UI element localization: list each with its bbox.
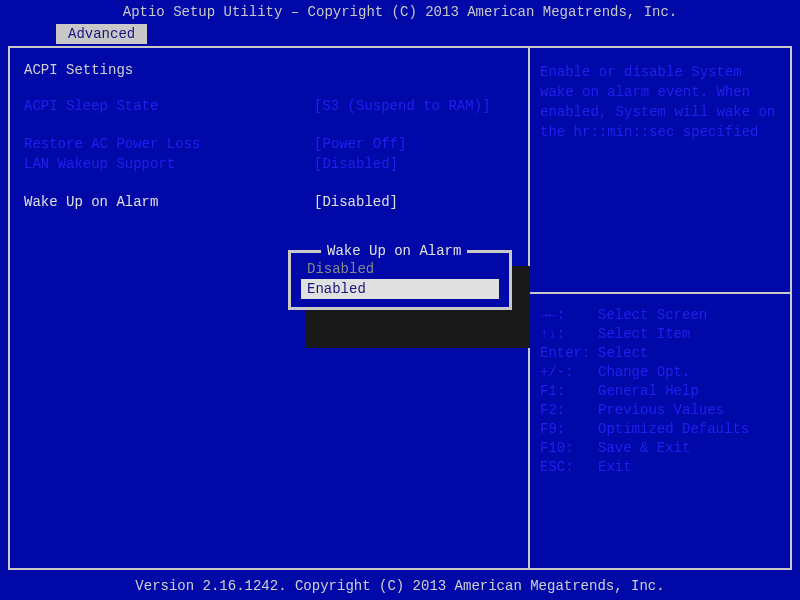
footer-text: Version 2.16.1242. Copyright (C) 2013 Am… (0, 578, 800, 594)
setting-value: [Disabled] (314, 194, 510, 210)
setting-label: ACPI Sleep State (24, 98, 314, 114)
option-popup: Wake Up on Alarm Disabled Enabled (288, 250, 512, 310)
popup-option[interactable]: Disabled (301, 259, 499, 279)
key-line: ↑↓:Select Item (540, 325, 749, 344)
key-line: F9:Optimized Defaults (540, 420, 749, 439)
setting-value: [Power Off] (314, 136, 510, 152)
divider (530, 292, 790, 294)
header-title: Aptio Setup Utility – Copyright (C) 2013… (0, 0, 800, 24)
key-line: F10:Save & Exit (540, 439, 749, 458)
setting-row[interactable]: ACPI Sleep State [S3 (Suspend to RAM)] (24, 98, 510, 114)
key-line: →←:Select Screen (540, 306, 749, 325)
setting-value: [Disabled] (314, 156, 510, 172)
setting-row-selected[interactable]: Wake Up on Alarm [Disabled] (24, 194, 510, 210)
popup-title: Wake Up on Alarm (321, 243, 467, 259)
setting-label: Restore AC Power Loss (24, 136, 314, 152)
tab-bar: Advanced (0, 24, 800, 46)
key-line: F1:General Help (540, 382, 749, 401)
key-line: ESC:Exit (540, 458, 749, 477)
tab-advanced[interactable]: Advanced (56, 24, 147, 44)
setting-label: Wake Up on Alarm (24, 194, 314, 210)
key-line: Enter:Select (540, 344, 749, 363)
help-text: Enable or disable System wake on alarm e… (540, 62, 780, 142)
setting-value: [S3 (Suspend to RAM)] (314, 98, 510, 114)
key-line: F2:Previous Values (540, 401, 749, 420)
key-line: +/-:Change Opt. (540, 363, 749, 382)
popup-option-selected[interactable]: Enabled (301, 279, 499, 299)
setting-label: LAN Wakeup Support (24, 156, 314, 172)
setting-row[interactable]: LAN Wakeup Support [Disabled] (24, 156, 510, 172)
section-title: ACPI Settings (24, 62, 510, 78)
help-pane: Enable or disable System wake on alarm e… (528, 48, 790, 568)
key-help: →←:Select Screen ↑↓:Select Item Enter:Se… (540, 306, 749, 477)
setting-row[interactable]: Restore AC Power Loss [Power Off] (24, 136, 510, 152)
